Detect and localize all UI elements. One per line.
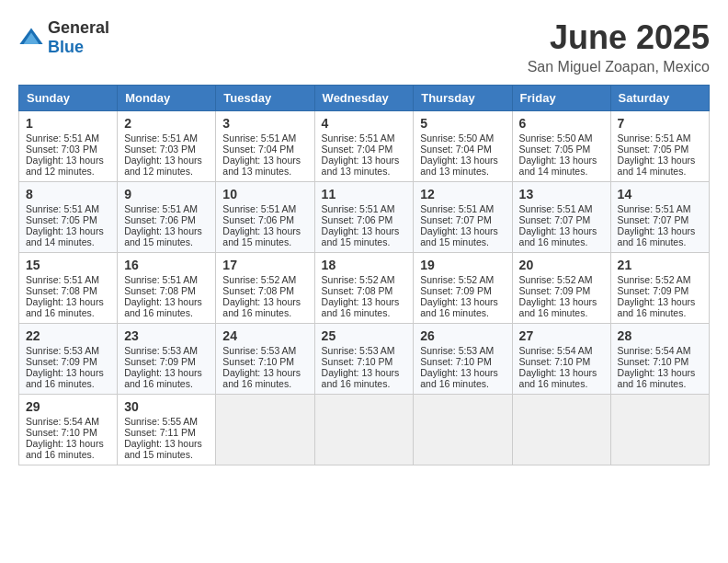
column-header-wednesday: Wednesday xyxy=(314,86,414,111)
calendar-cell: 19Sunrise: 5:52 AMSunset: 7:09 PMDayligh… xyxy=(414,253,512,324)
calendar-cell: 14Sunrise: 5:51 AMSunset: 7:07 PMDayligh… xyxy=(610,182,709,253)
column-header-thursday: Thursday xyxy=(414,86,512,111)
calendar-cell: 28Sunrise: 5:54 AMSunset: 7:10 PMDayligh… xyxy=(610,324,709,395)
day-detail: Sunrise: 5:54 AM xyxy=(519,345,604,356)
calendar-week-row: 8Sunrise: 5:51 AMSunset: 7:05 PMDaylight… xyxy=(19,182,710,253)
day-detail: Sunset: 7:11 PM xyxy=(124,427,209,438)
day-detail: Daylight: 13 hours xyxy=(26,225,110,236)
day-detail: Daylight: 13 hours xyxy=(322,225,407,236)
day-detail: and 14 minutes. xyxy=(519,166,604,177)
day-detail: Daylight: 13 hours xyxy=(322,367,407,378)
day-detail: Sunrise: 5:52 AM xyxy=(322,274,407,285)
column-header-friday: Friday xyxy=(512,86,610,111)
calendar-cell: 16Sunrise: 5:51 AMSunset: 7:08 PMDayligh… xyxy=(118,253,216,324)
day-detail: and 16 minutes. xyxy=(420,307,505,318)
day-detail: Sunset: 7:04 PM xyxy=(222,144,307,155)
day-detail: Sunrise: 5:52 AM xyxy=(222,274,307,285)
day-detail: Daylight: 13 hours xyxy=(618,367,702,378)
day-detail: Sunrise: 5:53 AM xyxy=(26,345,110,356)
day-detail: Sunset: 7:08 PM xyxy=(222,285,307,296)
calendar-cell: 4Sunrise: 5:51 AMSunset: 7:04 PMDaylight… xyxy=(314,111,414,182)
day-number: 18 xyxy=(322,258,407,272)
day-detail: Sunrise: 5:54 AM xyxy=(26,416,110,427)
day-detail: Daylight: 13 hours xyxy=(124,438,209,449)
day-number: 23 xyxy=(124,328,209,343)
calendar-cell xyxy=(512,395,610,465)
day-detail: Sunset: 7:09 PM xyxy=(420,285,505,296)
day-detail: Daylight: 13 hours xyxy=(124,367,209,378)
day-number: 5 xyxy=(420,116,505,131)
day-number: 3 xyxy=(222,116,307,131)
page-header: General Blue June 2025 San Miguel Zoapan… xyxy=(18,18,710,75)
day-detail: Daylight: 13 hours xyxy=(124,155,209,166)
day-number: 6 xyxy=(519,116,604,131)
calendar-cell: 18Sunrise: 5:52 AMSunset: 7:08 PMDayligh… xyxy=(314,253,414,324)
calendar-cell: 2Sunrise: 5:51 AMSunset: 7:03 PMDaylight… xyxy=(118,111,216,182)
day-detail: Sunset: 7:04 PM xyxy=(420,144,505,155)
calendar-cell: 15Sunrise: 5:51 AMSunset: 7:08 PMDayligh… xyxy=(19,253,118,324)
title-area: June 2025 San Miguel Zoapan, Mexico xyxy=(528,18,710,75)
calendar-cell: 10Sunrise: 5:51 AMSunset: 7:06 PMDayligh… xyxy=(216,182,314,253)
day-number: 15 xyxy=(26,258,110,272)
day-detail: Sunset: 7:05 PM xyxy=(519,144,604,155)
column-header-monday: Monday xyxy=(118,86,216,111)
calendar-week-row: 1Sunrise: 5:51 AMSunset: 7:03 PMDaylight… xyxy=(19,111,710,182)
day-number: 7 xyxy=(618,116,702,131)
day-detail: Sunset: 7:10 PM xyxy=(322,356,407,367)
day-number: 12 xyxy=(420,187,505,201)
calendar-cell: 24Sunrise: 5:53 AMSunset: 7:10 PMDayligh… xyxy=(216,324,314,395)
calendar-table: SundayMondayTuesdayWednesdayThursdayFrid… xyxy=(18,85,710,465)
day-detail: Sunset: 7:09 PM xyxy=(618,285,702,296)
day-number: 8 xyxy=(26,187,110,201)
day-number: 1 xyxy=(26,116,110,131)
day-detail: Sunrise: 5:51 AM xyxy=(124,203,209,214)
month-title: June 2025 xyxy=(528,18,710,57)
day-detail: Sunset: 7:10 PM xyxy=(519,356,604,367)
calendar-cell: 9Sunrise: 5:51 AMSunset: 7:06 PMDaylight… xyxy=(118,182,216,253)
day-number: 11 xyxy=(322,187,407,201)
calendar-cell: 17Sunrise: 5:52 AMSunset: 7:08 PMDayligh… xyxy=(216,253,314,324)
calendar-header-row: SundayMondayTuesdayWednesdayThursdayFrid… xyxy=(19,86,710,111)
day-detail: and 15 minutes. xyxy=(124,236,209,247)
day-number: 22 xyxy=(26,328,110,343)
day-detail: Sunrise: 5:51 AM xyxy=(322,132,407,144)
day-detail: Sunrise: 5:51 AM xyxy=(124,274,209,285)
day-detail: and 16 minutes. xyxy=(420,378,505,389)
day-detail: Daylight: 13 hours xyxy=(420,155,505,166)
day-number: 2 xyxy=(124,116,209,131)
day-number: 27 xyxy=(519,328,604,343)
day-detail: and 16 minutes. xyxy=(26,449,110,460)
day-number: 21 xyxy=(618,258,702,272)
day-detail: and 15 minutes. xyxy=(420,236,505,247)
day-detail: Daylight: 13 hours xyxy=(322,155,407,166)
day-number: 24 xyxy=(222,328,307,343)
calendar-cell xyxy=(610,395,709,465)
day-detail: Sunset: 7:09 PM xyxy=(124,356,209,367)
day-detail: and 16 minutes. xyxy=(519,236,604,247)
day-detail: Sunset: 7:09 PM xyxy=(519,285,604,296)
column-header-saturday: Saturday xyxy=(610,86,709,111)
day-detail: Daylight: 13 hours xyxy=(124,296,209,307)
day-detail: Sunset: 7:04 PM xyxy=(322,144,407,155)
day-number: 16 xyxy=(124,258,209,272)
day-detail: and 15 minutes. xyxy=(124,449,209,460)
day-detail: Daylight: 13 hours xyxy=(124,225,209,236)
day-detail: Sunset: 7:10 PM xyxy=(420,356,505,367)
day-number: 13 xyxy=(519,187,604,201)
day-detail: Sunset: 7:08 PM xyxy=(124,285,209,296)
day-detail: and 13 minutes. xyxy=(420,166,505,177)
day-detail: Sunrise: 5:51 AM xyxy=(519,203,604,214)
day-detail: Sunset: 7:06 PM xyxy=(124,214,209,225)
day-detail: and 16 minutes. xyxy=(322,378,407,389)
day-detail: and 16 minutes. xyxy=(618,236,702,247)
day-detail: Sunrise: 5:53 AM xyxy=(420,345,505,356)
day-number: 17 xyxy=(222,258,307,272)
day-detail: Sunrise: 5:53 AM xyxy=(322,345,407,356)
day-number: 20 xyxy=(519,258,604,272)
day-detail: Daylight: 13 hours xyxy=(222,155,307,166)
day-number: 14 xyxy=(618,187,702,201)
day-detail: Daylight: 13 hours xyxy=(519,225,604,236)
day-detail: Sunrise: 5:55 AM xyxy=(124,416,209,427)
day-detail: Sunrise: 5:51 AM xyxy=(322,203,407,214)
calendar-cell xyxy=(314,395,414,465)
